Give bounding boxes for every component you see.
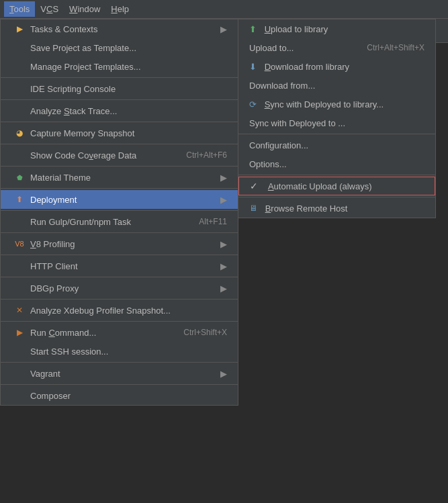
save-template-label: Save Project as Template... — [30, 43, 136, 53]
tasks-label: Tasks & Contexts — [30, 24, 97, 34]
menu-item-save-template[interactable]: Save Project as Template... — [1, 38, 238, 57]
show-coverage-icon — [14, 150, 25, 161]
browse-remote-icon: 🖥 — [249, 203, 257, 213]
submenu-item-download-from[interactable]: Download from... — [238, 76, 435, 95]
upload-to-label: Upload to... — [249, 43, 294, 53]
separator-13 — [1, 362, 238, 363]
menu-item-run-gulp[interactable]: Run Gulp/Grunt/npm Task Alt+F11 — [1, 212, 238, 231]
deployment-icon: ⬆ — [14, 194, 25, 205]
material-theme-label: Material Theme — [30, 173, 91, 183]
menu-item-deployment[interactable]: ⬆ Deployment ▶ — [1, 190, 238, 209]
separator-11 — [1, 299, 238, 300]
download-library-label: Download from library — [262, 62, 349, 72]
submenu-item-upload-to[interactable]: Upload to... Ctrl+Alt+Shift+X — [238, 38, 435, 57]
browse-remote-label: Browse Remote Host — [263, 203, 347, 214]
submenu-item-upload-library[interactable]: ⬆ Upload to library — [238, 19, 435, 38]
menu-item-dbgp-proxy[interactable]: DBGp Proxy ▶ — [1, 279, 238, 298]
v8-profiling-label: V8 Profiling — [30, 239, 75, 249]
dbgp-proxy-label: DBGp Proxy — [30, 283, 79, 293]
menu-item-manage-templates[interactable]: Manage Project Templates... — [1, 57, 238, 76]
run-gulp-shortcut: Alt+F11 — [199, 217, 227, 226]
deployment-submenu: ⬆ Upload to library Upload to... Ctrl+Al… — [238, 19, 436, 218]
show-coverage-label: Show Code Coverage Data — [30, 150, 136, 161]
separator-2 — [1, 99, 238, 100]
http-client-label: HTTP Client — [30, 261, 78, 271]
menu-item-show-coverage[interactable]: Show Code Coverage Data Ctrl+Alt+F6 — [1, 146, 238, 165]
capture-memory-label: Capture Memory Snapshot — [30, 128, 134, 138]
start-ssh-label: Start SSH session... — [30, 347, 108, 357]
show-coverage-shortcut: Ctrl+Alt+F6 — [186, 150, 227, 160]
separator-8 — [1, 232, 238, 233]
http-client-arrow-icon: ▶ — [220, 261, 227, 271]
menu-window[interactable]: Window — [64, 1, 105, 17]
upload-library-label: Upload to library — [262, 24, 328, 34]
ide-scripting-label: IDE Scripting Console — [30, 84, 116, 94]
separator-14 — [1, 384, 238, 385]
material-theme-icon: ⬟ — [14, 172, 25, 183]
submenu-item-sync-library[interactable]: ⟳ Sync with Deployed to library... — [238, 95, 435, 113]
menu-item-http-client[interactable]: HTTP Client ▶ — [1, 257, 238, 275]
analyze-stack-icon — [14, 105, 25, 116]
sync-library-icon: ⟳ — [249, 99, 257, 109]
menu-item-vagrant[interactable]: Vagrant ▶ — [1, 364, 238, 383]
analyze-xdebug-label: Analyze Xdebug Profiler Snapshot... — [30, 306, 171, 316]
dbgp-proxy-arrow-icon: ▶ — [220, 283, 227, 293]
analyze-stack-label: Analyze Stack Trace... — [30, 106, 117, 116]
menu-item-tasks[interactable]: ▶ Tasks & Contexts ▶ — [1, 19, 238, 38]
separator-7 — [1, 210, 238, 211]
submenu-item-sync-deployed[interactable]: Sync with Deployed to ... — [238, 113, 435, 132]
run-gulp-label: Run Gulp/Grunt/npm Task — [30, 217, 131, 227]
submenu-item-options[interactable]: Options... — [238, 154, 435, 173]
v8-profiling-arrow-icon: ▶ — [220, 239, 227, 249]
menu-item-capture-memory[interactable]: ◕ Capture Memory Snapshot — [1, 124, 238, 142]
tools-menu: ▶ Tasks & Contexts ▶ Save Project as Tem… — [0, 19, 238, 406]
upload-to-shortcut: Ctrl+Alt+Shift+X — [367, 43, 424, 52]
upload-library-icon: ⬆ — [249, 24, 257, 34]
submenu-item-browse-remote[interactable]: 🖥 Browse Remote Host — [238, 199, 435, 218]
options-label: Options... — [249, 159, 287, 169]
manage-templates-icon — [14, 61, 25, 72]
menu-item-composer[interactable]: Composer — [1, 386, 238, 405]
menu-tools[interactable]: Tools — [4, 1, 35, 17]
menu-item-ide-scripting[interactable]: IDE Scripting Console — [1, 79, 238, 98]
submenu-separator-3 — [238, 197, 435, 197]
submenu-item-download-library[interactable]: ⬇ Download from library — [238, 57, 435, 76]
download-library-icon: ⬇ — [249, 62, 257, 72]
menu-item-run-command[interactable]: ▶ Run Command... Ctrl+Shift+X — [1, 323, 238, 342]
separator-3 — [1, 122, 238, 122]
menu-vcs[interactable]: VCS — [35, 1, 64, 17]
start-ssh-icon — [14, 346, 25, 357]
analyze-xdebug-icon: ✕ — [14, 305, 25, 316]
v8-profiling-icon: V8 — [14, 238, 25, 249]
menu-item-analyze-xdebug[interactable]: ✕ Analyze Xdebug Profiler Snapshot... — [1, 301, 238, 320]
sync-deployed-label: Sync with Deployed to ... — [249, 118, 345, 128]
run-gulp-icon — [14, 216, 25, 227]
tasks-arrow-icon: ▶ — [220, 24, 227, 34]
tasks-icon: ▶ — [14, 24, 25, 34]
run-command-label: Run Command... — [30, 328, 96, 338]
submenu-item-automatic-upload[interactable]: ✓ Automatic Upload (always) — [238, 177, 435, 195]
vagrant-arrow-icon: ▶ — [220, 369, 227, 379]
manage-templates-label: Manage Project Templates... — [30, 62, 141, 72]
save-template-icon — [14, 42, 25, 53]
menu-item-start-ssh[interactable]: Start SSH session... — [1, 342, 238, 361]
configuration-label: Configuration... — [249, 140, 308, 150]
run-command-shortcut: Ctrl+Shift+X — [183, 328, 227, 337]
submenu-separator-1 — [238, 134, 435, 134]
automatic-upload-checkmark: ✓ — [250, 181, 258, 191]
http-client-icon — [14, 261, 25, 271]
menu-item-material-theme[interactable]: ⬟ Material Theme ▶ — [1, 168, 238, 187]
menu-help[interactable]: Help — [105, 1, 134, 17]
deployment-arrow-icon: ▶ — [220, 195, 227, 205]
separator-12 — [1, 321, 238, 322]
separator-4 — [1, 144, 238, 144]
vagrant-icon — [14, 368, 25, 379]
submenu-item-configuration[interactable]: Configuration... — [238, 136, 435, 154]
menu-item-v8-profiling[interactable]: V8 V8 Profiling ▶ — [1, 234, 238, 253]
menu-item-analyze-stack[interactable]: Analyze Stack Trace... — [1, 101, 238, 120]
separator-10 — [1, 277, 238, 277]
download-from-label: Download from... — [249, 81, 315, 91]
run-command-icon: ▶ — [14, 327, 25, 338]
vagrant-label: Vagrant — [30, 369, 60, 379]
dbgp-proxy-icon — [14, 283, 25, 293]
